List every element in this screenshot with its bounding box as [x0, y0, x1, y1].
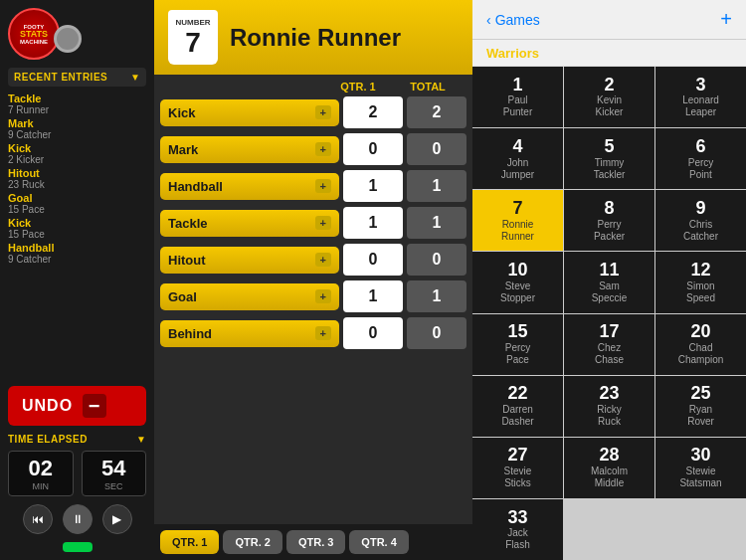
player-card[interactable]: 33 JackFlash [472, 499, 563, 560]
recent-entries-label: RECENT ENTRIES [14, 72, 107, 83]
stat-row: Kick + 2 2 [160, 96, 466, 128]
card-number: 12 [690, 261, 710, 280]
stat-total-value: 2 [407, 96, 466, 128]
add-button[interactable]: + [720, 8, 732, 31]
player-card[interactable]: 5 TimmyTackler [564, 128, 654, 189]
back-label: Games [495, 12, 540, 28]
undo-label: UNDO [22, 397, 73, 415]
stat-total-value: 0 [407, 317, 466, 349]
card-name: ChezChase [595, 342, 624, 366]
card-number: 8 [604, 199, 614, 219]
card-number: 20 [690, 322, 710, 342]
entry-name: Kick [8, 142, 146, 154]
quarter-tab[interactable]: QTR. 2 [223, 530, 281, 554]
stat-name-button[interactable]: Behind + [160, 320, 339, 347]
rewind-button[interactable]: ⏮ [23, 504, 53, 534]
team-name: Warriors [486, 46, 539, 61]
timer-min-label: MIN [17, 481, 65, 491]
entry-list: Tackle7 RunnerMark9 CatcherKick2 KickerH… [8, 93, 146, 380]
player-card[interactable]: 8 PerryPacker [564, 190, 654, 251]
logo-text-bot: MACHINE [20, 39, 48, 45]
card-name: PaulPunter [503, 94, 532, 118]
stat-name-button[interactable]: Kick + [160, 99, 339, 126]
player-card[interactable]: 1 PaulPunter [472, 67, 563, 127]
entry-item: Goal15 Pace [8, 192, 146, 215]
card-number: 10 [507, 261, 527, 280]
card-name: JohnJumper [501, 157, 534, 181]
recent-entries-header[interactable]: RECENT ENTRIES ▼ [8, 68, 146, 87]
card-name: PercyPace [505, 342, 531, 366]
col-qtr-header: QTR. 1 [323, 81, 393, 93]
stat-name-button[interactable]: Handball + [160, 173, 339, 200]
card-name: SimonSpeed [686, 280, 715, 304]
player-card[interactable]: 20 ChadChampion [655, 314, 746, 375]
time-chevron-icon: ▼ [136, 434, 146, 445]
stat-row: Handball + 1 1 [160, 170, 466, 202]
quarter-tab[interactable]: QTR. 4 [349, 530, 408, 554]
player-card[interactable]: 23 RickyRuck [564, 376, 654, 437]
pause-button[interactable]: ⏸ [63, 504, 93, 534]
player-card[interactable]: 12 SimonSpeed [655, 252, 746, 312]
card-number: 30 [690, 446, 710, 466]
card-number: 5 [604, 137, 614, 157]
player-card[interactable]: 27 StevieSticks [472, 438, 563, 498]
entry-detail: 15 Pace [8, 204, 146, 215]
player-card[interactable]: 6 PercyPoint [655, 128, 746, 189]
card-number: 22 [507, 384, 527, 404]
timer-sec-label: SEC [91, 481, 138, 491]
transport-controls: ⏮ ⏸ ▶ [8, 504, 146, 534]
col-total-header: TOTAL [393, 81, 463, 93]
entry-item: Tackle7 Runner [8, 93, 146, 115]
entry-detail: 9 Catcher [8, 129, 146, 140]
entry-name: Mark [8, 117, 146, 129]
card-number: 7 [512, 199, 522, 219]
stat-qtr-value: 2 [343, 96, 403, 128]
battery-indicator [63, 542, 93, 552]
stat-name-button[interactable]: Tackle + [160, 210, 339, 237]
player-card[interactable]: 28 MalcolmMiddle [564, 438, 654, 498]
stat-total-value: 0 [407, 133, 466, 165]
logo-text-mid: STATS [20, 30, 48, 39]
stat-row: Hitout + 0 0 [160, 244, 466, 276]
stat-qtr-value: 0 [343, 317, 403, 349]
card-name: StewieStatsman [679, 466, 721, 489]
stat-total-value: 1 [407, 280, 466, 312]
player-card[interactable]: 15 PercyPace [472, 314, 563, 375]
player-card[interactable]: 25 RyanRover [655, 376, 746, 437]
stat-name-button[interactable]: Hitout + [160, 247, 339, 274]
player-card[interactable]: 22 DarrenDasher [472, 376, 563, 437]
undo-area: UNDO − [8, 386, 146, 426]
time-elapsed-label: TIME ELAPSED [8, 434, 88, 445]
card-name: RonnieRunner [501, 219, 534, 243]
timer-sec-value: 54 [91, 456, 138, 481]
player-card[interactable]: 10 SteveStopper [472, 252, 563, 312]
undo-button[interactable]: UNDO − [8, 386, 146, 426]
stat-qtr-value: 0 [343, 133, 403, 165]
player-card[interactable]: 30 StewieStatsman [655, 438, 746, 498]
card-number: 9 [695, 199, 705, 219]
back-button[interactable]: ‹ Games [486, 12, 540, 28]
stats-header: QTR. 1 TOTAL [160, 81, 466, 93]
player-card[interactable]: 3 LeonardLeaper [655, 67, 746, 127]
player-card[interactable]: 7 RonnieRunner [472, 190, 563, 251]
card-name: JackFlash [505, 527, 529, 551]
player-card[interactable]: 2 KevinKicker [564, 67, 654, 127]
player-card[interactable]: 17 ChezChase [564, 314, 654, 375]
player-card[interactable]: 4 JohnJumper [472, 128, 563, 189]
card-number: 17 [599, 322, 619, 342]
stat-name-button[interactable]: Mark + [160, 136, 339, 163]
quarter-tab[interactable]: QTR. 3 [286, 530, 345, 554]
player-card[interactable]: 11 SamSpeccie [564, 252, 654, 312]
card-number: 28 [599, 446, 619, 466]
card-name: ChrisCatcher [683, 219, 718, 243]
stat-name-button[interactable]: Goal + [160, 283, 339, 310]
stat-qtr-value: 0 [343, 244, 403, 276]
jersey-number: 7 [185, 29, 201, 57]
play-button[interactable]: ▶ [102, 504, 132, 534]
stat-row: Goal + 1 1 [160, 280, 466, 312]
player-card[interactable]: 9 ChrisCatcher [655, 190, 746, 251]
stats-rows: Kick + 2 2 Mark + 0 0 Handball + 1 1 Tac… [160, 96, 466, 349]
stat-row: Behind + 0 0 [160, 317, 466, 349]
card-number: 4 [512, 137, 522, 157]
quarter-tab[interactable]: QTR. 1 [160, 530, 219, 554]
